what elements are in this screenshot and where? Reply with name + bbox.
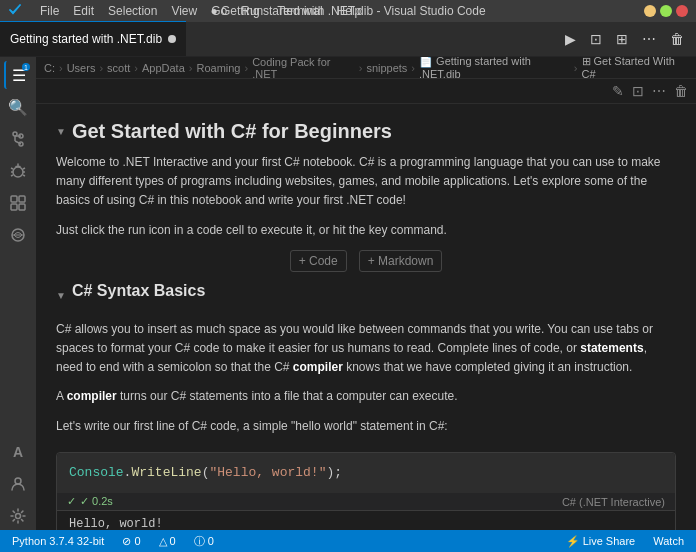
minimize-button[interactable] — [644, 5, 656, 17]
live-share-label: ⚡ Live Share — [566, 535, 636, 548]
svg-line-8 — [23, 168, 25, 169]
edit-button[interactable]: ✎ — [610, 81, 626, 101]
main-layout: ☰ 1 🔍 — [0, 57, 696, 530]
svg-rect-15 — [11, 204, 17, 210]
activity-debug[interactable] — [4, 157, 32, 185]
tab-label: Getting started with .NET.dib — [10, 32, 162, 46]
more-button[interactable]: ⋯ — [650, 81, 668, 101]
add-cell-bar: + Code + Markdown — [56, 250, 676, 272]
window-title: ● Getting started with .NET.dib - Visual… — [210, 4, 485, 18]
code-class: Console — [69, 465, 124, 480]
code-line: Console.WriteLine("Hello, world!"); — [69, 463, 663, 484]
breadcrumb: C: › Users › scott › AppData › Roaming ›… — [36, 57, 696, 79]
cell-language: C# (.NET Interactive) — [562, 496, 665, 508]
search-icon: 🔍 — [8, 98, 28, 117]
git-icon — [10, 131, 26, 147]
section-1-para-1: Welcome to .NET Interactive and your fir… — [56, 153, 676, 211]
status-bar: Python 3.7.4 32-bit ⊘ 0 △ 0 ⓘ 0 ⚡ Live S… — [0, 530, 696, 552]
cell-status: ✓ ✓ 0.2s C# (.NET Interactive) — [57, 493, 675, 510]
svg-rect-13 — [11, 196, 17, 202]
section-2-para-3: Let's write our first line of C# code, a… — [56, 417, 676, 436]
clear-button[interactable]: ⊡ — [586, 29, 606, 49]
gear-icon — [10, 508, 26, 524]
status-live-share[interactable]: ⚡ Live Share — [562, 530, 640, 552]
status-warnings[interactable]: △ 0 — [155, 530, 180, 552]
more-actions-button[interactable]: ⋯ — [638, 29, 660, 49]
code-method: WriteLine — [131, 465, 201, 480]
breadcrumb-appdata: AppData — [142, 62, 185, 74]
svg-line-12 — [23, 175, 25, 176]
add-code-button[interactable]: + Code — [290, 250, 347, 272]
code-cell[interactable]: Console.WriteLine("Hello, world!"); ✓ ✓ … — [56, 452, 676, 530]
svg-line-11 — [11, 175, 13, 176]
warnings-label: △ 0 — [159, 535, 176, 548]
section-2-header: ▼ C# Syntax Basics — [56, 282, 676, 310]
status-right: ⚡ Live Share Watch — [562, 530, 688, 552]
notification-badge: 1 — [22, 63, 30, 71]
window-controls — [644, 5, 688, 17]
close-button[interactable] — [676, 5, 688, 17]
status-errors[interactable]: ⊘ 0 — [118, 530, 144, 552]
breadcrumb-section: ⊞ Get Started With C# — [582, 57, 689, 80]
menu-selection[interactable]: Selection — [102, 2, 163, 20]
kernel-button[interactable]: ⊞ — [612, 29, 632, 49]
activity-git[interactable] — [4, 125, 32, 153]
notebook-content[interactable]: ▼ Get Started with C# for Beginners Welc… — [36, 104, 696, 530]
svg-rect-16 — [19, 204, 25, 210]
activity-settings[interactable] — [4, 502, 32, 530]
code-cell-content: Console.WriteLine("Hello, world!"); — [57, 453, 675, 494]
python-label: Python 3.7.4 32-bit — [12, 535, 104, 547]
activity-font-a[interactable]: A — [4, 438, 32, 466]
maximize-button[interactable] — [660, 5, 672, 17]
activity-account[interactable] — [4, 470, 32, 498]
extensions-icon — [10, 195, 26, 211]
split-button[interactable]: ⊡ — [630, 81, 646, 101]
delete-button[interactable]: 🗑 — [666, 29, 688, 49]
trash-button[interactable]: 🗑 — [672, 81, 690, 101]
breadcrumb-snippets: snippets — [366, 62, 407, 74]
svg-line-7 — [11, 168, 13, 169]
activity-extensions[interactable] — [4, 189, 32, 217]
collapse-arrow-1[interactable]: ▼ — [56, 126, 66, 137]
check-icon: ✓ — [67, 495, 76, 508]
breadcrumb-users: Users — [67, 62, 96, 74]
status-watch[interactable]: Watch — [649, 530, 688, 552]
status-left: Python 3.7.4 32-bit ⊘ 0 △ 0 ⓘ 0 — [8, 530, 218, 552]
breadcrumb-roaming: Roaming — [196, 62, 240, 74]
tab-modified-dot — [168, 35, 176, 43]
font-a-icon: A — [13, 444, 23, 460]
active-tab[interactable]: Getting started with .NET.dib — [0, 21, 186, 56]
account-icon — [10, 476, 26, 492]
add-markdown-button[interactable]: + Markdown — [359, 250, 443, 272]
section-1-para-2: Just click the run icon in a code cell t… — [56, 221, 676, 240]
status-python[interactable]: Python 3.7.4 32-bit — [8, 530, 108, 552]
errors-label: ⊘ 0 — [122, 535, 140, 548]
remote-icon — [10, 227, 26, 243]
section-1-header: ▼ Get Started with C# for Beginners — [56, 120, 676, 143]
status-info[interactable]: ⓘ 0 — [190, 530, 218, 552]
run-all-button[interactable]: ▶ — [561, 29, 580, 49]
svg-rect-14 — [19, 196, 25, 202]
activity-remote[interactable] — [4, 221, 32, 249]
collapse-arrow-2[interactable]: ▼ — [56, 290, 66, 301]
notebook-run-controls: ▶ ⊡ ⊞ ⋯ 🗑 — [561, 21, 696, 56]
menu-edit[interactable]: Edit — [67, 2, 100, 20]
svg-point-19 — [15, 478, 21, 484]
menu-view[interactable]: View — [165, 2, 203, 20]
svg-point-20 — [16, 514, 21, 519]
activity-search[interactable]: 🔍 — [4, 93, 32, 121]
section-2-para-2: A compiler turns our C# statements into … — [56, 387, 676, 406]
section-1-title: Get Started with C# for Beginners — [72, 120, 392, 143]
breadcrumb-file: 📄 Getting started with .NET.dib — [419, 57, 570, 80]
activity-bar: ☰ 1 🔍 — [0, 57, 36, 530]
section-2-title: C# Syntax Basics — [72, 282, 205, 300]
activity-explorer[interactable]: ☰ 1 — [4, 61, 32, 89]
menu-file[interactable]: File — [34, 2, 65, 20]
breadcrumb-c: C: — [44, 62, 55, 74]
vscode-logo-icon — [8, 3, 24, 19]
content-wrapper: C: › Users › scott › AppData › Roaming ›… — [36, 57, 696, 530]
code-string: "Hello, world!" — [209, 465, 326, 480]
section-2: ▼ C# Syntax Basics C# allows you to inse… — [56, 282, 676, 436]
svg-point-6 — [13, 167, 23, 177]
info-label: ⓘ 0 — [194, 534, 214, 549]
